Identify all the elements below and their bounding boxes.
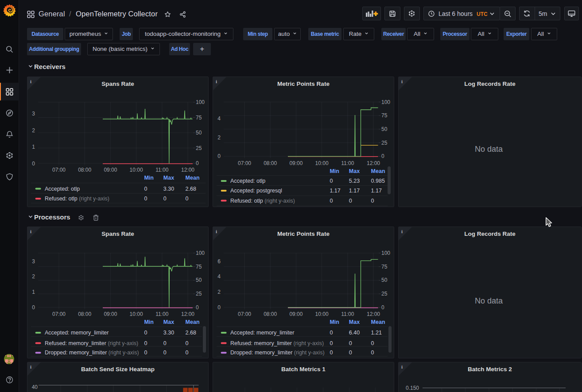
svg-text:50: 50 [381, 126, 388, 132]
svg-text:0: 0 [381, 153, 384, 159]
svg-text:Max: Max [163, 319, 174, 325]
svg-text:1.21: 1.21 [371, 330, 382, 336]
svg-text:3.30: 3.30 [163, 186, 174, 192]
svg-text:0.985: 0.985 [371, 178, 385, 184]
svg-text:Accepted: memory_limiter: Accepted: memory_limiter [45, 330, 109, 336]
svg-text:08:00: 08:00 [264, 311, 277, 317]
svg-text:6: 6 [217, 258, 221, 265]
svg-text:75: 75 [196, 264, 202, 270]
svg-text:100: 100 [196, 99, 205, 105]
svg-text:4: 4 [217, 115, 221, 122]
svg-text:0: 0 [196, 304, 199, 311]
svg-text:75: 75 [381, 264, 388, 270]
svg-text:12:00: 12:00 [367, 160, 380, 166]
svg-text:0: 0 [196, 160, 199, 166]
svg-text:2: 2 [217, 135, 221, 141]
svg-text:Max: Max [349, 168, 360, 174]
svg-text:0: 0 [330, 178, 333, 184]
svg-text:0: 0 [349, 350, 352, 356]
svg-text:07:00: 07:00 [52, 167, 66, 173]
svg-text:0: 0 [330, 198, 333, 204]
svg-text:5.23: 5.23 [349, 178, 360, 184]
svg-text:50: 50 [196, 130, 202, 136]
svg-text:75: 75 [381, 112, 388, 119]
svg-text:10:00: 10:00 [130, 167, 143, 173]
svg-text:12:00: 12:00 [181, 311, 194, 317]
svg-text:Mean: Mean [186, 319, 200, 325]
svg-text:0: 0 [144, 196, 147, 202]
svg-text:Accepted: otlp: Accepted: otlp [45, 186, 80, 192]
svg-text:Mean: Mean [371, 319, 385, 325]
svg-text:0.150: 0.150 [406, 385, 419, 391]
svg-text:10:00: 10:00 [315, 311, 329, 317]
svg-text:1: 1 [32, 144, 35, 150]
svg-text:Refused: otlp (right y-axis): Refused: otlp (right y-axis) [45, 196, 109, 202]
svg-text:25: 25 [381, 140, 388, 146]
svg-text:10:00: 10:00 [315, 160, 329, 166]
svg-text:Accepted: memory_limiter: Accepted: memory_limiter [230, 330, 295, 336]
svg-text:07:00: 07:00 [238, 311, 251, 317]
svg-text:Min: Min [330, 319, 339, 325]
svg-text:09:00: 09:00 [289, 160, 303, 166]
svg-text:Min: Min [144, 175, 154, 181]
svg-text:Accepted: otlp: Accepted: otlp [230, 178, 265, 184]
svg-text:0: 0 [186, 350, 189, 356]
svg-text:Refused: memory_limiter (right: Refused: memory_limiter (right y-axis) [45, 340, 138, 346]
svg-text:25: 25 [381, 291, 388, 297]
svg-text:10:00: 10:00 [130, 311, 143, 317]
svg-text:0: 0 [144, 350, 147, 356]
svg-text:3: 3 [32, 258, 35, 265]
svg-text:0: 0 [371, 198, 374, 204]
svg-text:25: 25 [196, 145, 202, 151]
svg-text:2: 2 [32, 127, 35, 134]
svg-text:0: 0 [163, 350, 167, 356]
svg-text:Accepted: postgresql: Accepted: postgresql [230, 188, 282, 194]
svg-text:0: 0 [349, 340, 352, 346]
svg-text:100: 100 [381, 250, 390, 256]
svg-text:0: 0 [144, 340, 147, 346]
svg-text:0: 0 [349, 198, 352, 204]
svg-text:11:00: 11:00 [341, 160, 354, 166]
svg-text:0: 0 [163, 196, 167, 202]
svg-text:40: 40 [32, 384, 38, 390]
svg-text:100: 100 [196, 250, 205, 256]
svg-text:1.17: 1.17 [330, 188, 340, 194]
svg-text:1: 1 [32, 289, 35, 295]
svg-text:2: 2 [32, 273, 35, 280]
svg-text:09:00: 09:00 [104, 311, 117, 317]
svg-text:3: 3 [32, 111, 35, 117]
svg-text:08:00: 08:00 [78, 167, 91, 173]
svg-text:07:00: 07:00 [52, 311, 66, 317]
svg-text:2.68: 2.68 [186, 330, 196, 336]
svg-text:0: 0 [32, 161, 35, 167]
svg-text:12:00: 12:00 [181, 167, 194, 173]
svg-text:Mean: Mean [186, 175, 200, 181]
svg-text:0: 0 [330, 330, 333, 336]
svg-text:Refused: memory_limiter (right: Refused: memory_limiter (right y-axis) [230, 340, 324, 346]
svg-text:Min: Min [144, 319, 154, 325]
svg-text:0: 0 [371, 350, 374, 356]
svg-text:50: 50 [196, 277, 202, 283]
svg-text:50: 50 [381, 277, 388, 283]
svg-text:0: 0 [217, 153, 221, 159]
svg-text:100: 100 [381, 99, 390, 105]
svg-text:0: 0 [144, 186, 147, 192]
svg-text:0: 0 [32, 304, 35, 311]
svg-text:Mean: Mean [371, 168, 385, 174]
svg-text:3.30: 3.30 [163, 330, 174, 336]
svg-text:0: 0 [371, 340, 374, 346]
svg-text:6.40: 6.40 [349, 330, 360, 336]
svg-text:0: 0 [381, 304, 384, 311]
svg-text:0: 0 [186, 196, 189, 202]
svg-text:0: 0 [330, 350, 333, 356]
svg-text:Min: Min [330, 168, 339, 174]
svg-text:11:00: 11:00 [341, 311, 354, 317]
svg-text:0: 0 [330, 340, 333, 346]
svg-text:Dropped: memory_limiter (right: Dropped: memory_limiter (right y-axis) [230, 350, 325, 356]
svg-text:Refused: otlp (right y-axis): Refused: otlp (right y-axis) [230, 198, 295, 204]
svg-text:1.17: 1.17 [371, 188, 382, 194]
svg-text:1.17: 1.17 [349, 188, 360, 194]
svg-text:08:00: 08:00 [78, 311, 91, 317]
svg-text:0: 0 [144, 330, 147, 336]
svg-text:12:00: 12:00 [367, 311, 380, 317]
